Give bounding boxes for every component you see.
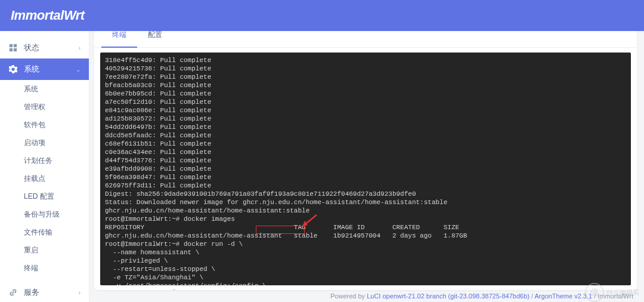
arrow-annotation-icon xyxy=(157,289,176,290)
chevron-down-icon: ⌄ xyxy=(76,66,80,73)
svg-rect-0 xyxy=(10,44,13,47)
sidebar-sub-software[interactable]: 软件包 xyxy=(0,116,89,134)
terminal-container: 318e4ff5c4d9: Pull complete 405294215736… xyxy=(94,48,637,290)
sidebar-sub-admin[interactable]: 管理权 xyxy=(0,98,89,116)
sidebar-sub-scheduled[interactable]: 计划任务 xyxy=(0,152,89,170)
app-header: ImmortalWrt xyxy=(0,0,644,31)
watermark-icon: 值 xyxy=(585,283,604,302)
sidebar-sub-terminal[interactable]: 终端 xyxy=(0,259,89,277)
footer-theme-link[interactable]: ArgonTheme v2.3.1 xyxy=(535,292,593,300)
sidebar-sub-filetransfer[interactable]: 文件传输 xyxy=(0,223,89,241)
footer-luci-link[interactable]: LuCI openwrt-21.02 branch (git-23.098.38… xyxy=(367,292,530,300)
sidebar-sub-system[interactable]: 系统 xyxy=(0,80,89,98)
sidebar-item-services[interactable]: 服务 › xyxy=(0,282,89,302)
main-panel: 终端 配置 318e4ff5c4d9: Pull complete 405294… xyxy=(94,23,637,290)
chevron-right-icon: › xyxy=(79,45,80,51)
footer-prefix: Powered by xyxy=(330,292,365,300)
sidebar-item-label: 状态 xyxy=(24,42,39,53)
watermark-text: 什么值得买 xyxy=(606,288,639,297)
sidebar-sub-led[interactable]: LED 配置 xyxy=(0,187,89,205)
sidebar-sub-backup[interactable]: 备份与升级 xyxy=(0,205,89,223)
svg-rect-1 xyxy=(14,44,17,47)
watermark: 值 什么值得买 xyxy=(585,283,639,302)
sidebar-item-label: 系统 xyxy=(24,64,39,75)
sidebar: 状态 › 系统 ⌄ 系统 管理权 软件包 启动项 计划任务 挂载点 LED 配置… xyxy=(0,31,89,302)
chevron-right-icon: › xyxy=(79,289,80,296)
sidebar-sub-startup[interactable]: 启动项 xyxy=(0,134,89,152)
dashboard-icon xyxy=(8,43,18,53)
svg-rect-3 xyxy=(14,48,17,51)
sidebar-sub-reboot[interactable]: 重启 xyxy=(0,241,89,259)
gear-icon xyxy=(8,64,18,74)
sidebar-item-status[interactable]: 状态 › xyxy=(0,37,89,58)
sidebar-item-system[interactable]: 系统 ⌄ xyxy=(0,58,89,80)
link-icon xyxy=(8,288,18,297)
terminal-output[interactable]: 318e4ff5c4d9: Pull complete 405294215736… xyxy=(100,53,631,285)
sidebar-item-label: 服务 xyxy=(24,287,39,298)
svg-rect-2 xyxy=(10,48,13,51)
brand-logo: ImmortalWrt xyxy=(11,8,85,23)
sidebar-sub-mount[interactable]: 挂载点 xyxy=(0,170,89,187)
